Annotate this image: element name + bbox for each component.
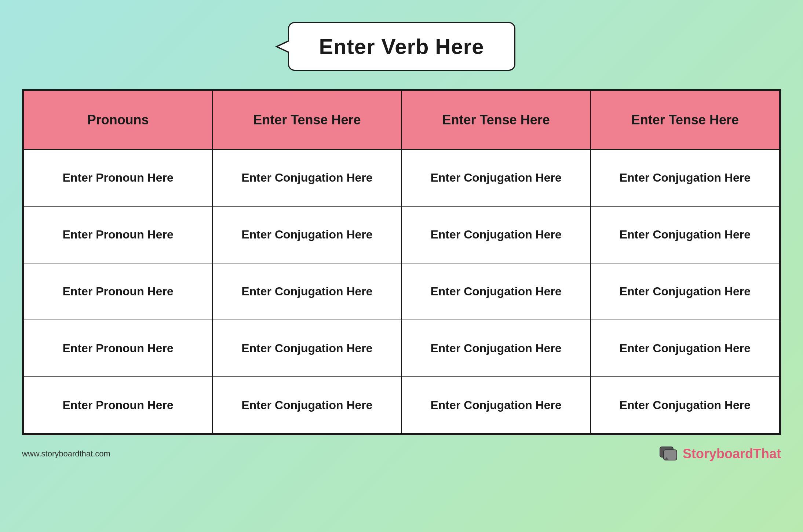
conjugation-cell-1-3[interactable]: Enter Conjugation Here xyxy=(591,206,780,263)
table-row: Enter Pronoun HereEnter Conjugation Here… xyxy=(23,320,780,377)
header-tense-2[interactable]: Enter Tense Here xyxy=(402,91,591,149)
conjugation-cell-2-1[interactable]: Enter Conjugation Here xyxy=(212,263,401,320)
footer: www.storyboardthat.com StoryboardThat xyxy=(22,446,781,462)
conjugation-table-wrapper: Pronouns Enter Tense Here Enter Tense He… xyxy=(22,89,781,435)
header-tense-1[interactable]: Enter Tense Here xyxy=(212,91,401,149)
table-row: Enter Pronoun HereEnter Conjugation Here… xyxy=(23,149,780,206)
conjugation-cell-3-1[interactable]: Enter Conjugation Here xyxy=(212,320,401,377)
conjugation-cell-0-2[interactable]: Enter Conjugation Here xyxy=(402,149,591,206)
pronoun-cell-2[interactable]: Enter Pronoun Here xyxy=(23,263,212,320)
table-row: Enter Pronoun HereEnter Conjugation Here… xyxy=(23,377,780,434)
brand-suffix: That xyxy=(753,446,781,461)
branding: StoryboardThat xyxy=(659,446,781,462)
conjugation-cell-1-2[interactable]: Enter Conjugation Here xyxy=(402,206,591,263)
conjugation-cell-4-3[interactable]: Enter Conjugation Here xyxy=(591,377,780,434)
pronoun-cell-1[interactable]: Enter Pronoun Here xyxy=(23,206,212,263)
brand-label: StoryboardThat xyxy=(683,446,781,462)
pronoun-cell-0[interactable]: Enter Pronoun Here xyxy=(23,149,212,206)
pronoun-cell-3[interactable]: Enter Pronoun Here xyxy=(23,320,212,377)
verb-title[interactable]: Enter Verb Here xyxy=(319,34,484,58)
table-header-row: Pronouns Enter Tense Here Enter Tense He… xyxy=(23,91,780,149)
conjugation-cell-0-1[interactable]: Enter Conjugation Here xyxy=(212,149,401,206)
conjugation-cell-4-2[interactable]: Enter Conjugation Here xyxy=(402,377,591,434)
conjugation-cell-2-3[interactable]: Enter Conjugation Here xyxy=(591,263,780,320)
conjugation-cell-3-2[interactable]: Enter Conjugation Here xyxy=(402,320,591,377)
conjugation-cell-1-1[interactable]: Enter Conjugation Here xyxy=(212,206,401,263)
conjugation-cell-3-3[interactable]: Enter Conjugation Here xyxy=(591,320,780,377)
brand-prefix: Storyboard xyxy=(683,446,753,461)
title-container: Enter Verb Here xyxy=(288,22,515,71)
footer-url: www.storyboardthat.com xyxy=(22,449,110,459)
header-tense-3[interactable]: Enter Tense Here xyxy=(591,91,780,149)
speech-bubble: Enter Verb Here xyxy=(288,22,515,71)
conjugation-cell-0-3[interactable]: Enter Conjugation Here xyxy=(591,149,780,206)
storyboardthat-icon xyxy=(659,446,678,462)
conjugation-table: Pronouns Enter Tense Here Enter Tense He… xyxy=(23,90,780,434)
conjugation-cell-4-1[interactable]: Enter Conjugation Here xyxy=(212,377,401,434)
pronoun-cell-4[interactable]: Enter Pronoun Here xyxy=(23,377,212,434)
conjugation-cell-2-2[interactable]: Enter Conjugation Here xyxy=(402,263,591,320)
table-row: Enter Pronoun HereEnter Conjugation Here… xyxy=(23,263,780,320)
header-pronouns[interactable]: Pronouns xyxy=(23,91,212,149)
table-row: Enter Pronoun HereEnter Conjugation Here… xyxy=(23,206,780,263)
